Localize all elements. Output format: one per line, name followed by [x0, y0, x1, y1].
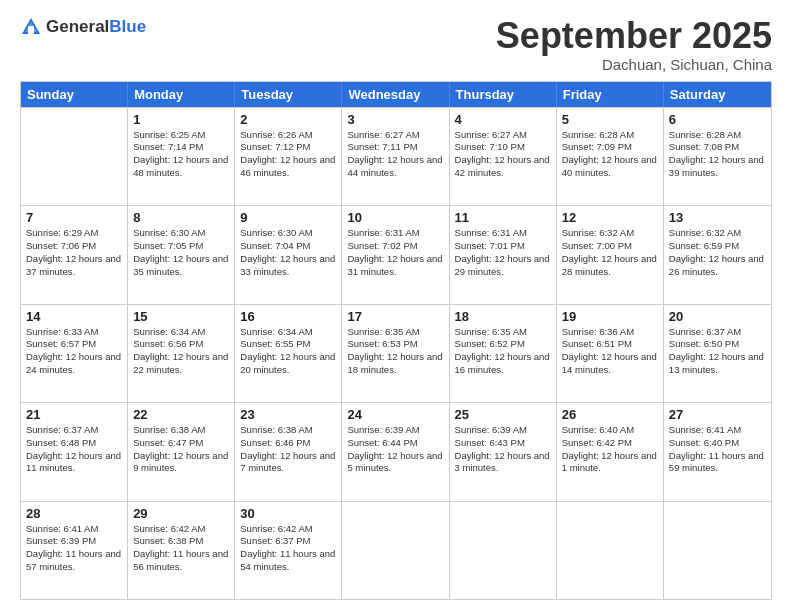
calendar-cell: 20Sunrise: 6:37 AMSunset: 6:50 PMDayligh… — [664, 305, 771, 402]
location: Dachuan, Sichuan, China — [496, 56, 772, 73]
month-title: September 2025 — [496, 16, 772, 56]
header-day-saturday: Saturday — [664, 82, 771, 107]
day-info: Sunrise: 6:28 AMSunset: 7:08 PMDaylight:… — [669, 129, 766, 180]
calendar-cell: 26Sunrise: 6:40 AMSunset: 6:42 PMDayligh… — [557, 403, 664, 500]
calendar-cell: 2Sunrise: 6:26 AMSunset: 7:12 PMDaylight… — [235, 108, 342, 205]
calendar-cell: 29Sunrise: 6:42 AMSunset: 6:38 PMDayligh… — [128, 502, 235, 599]
calendar-cell: 11Sunrise: 6:31 AMSunset: 7:01 PMDayligh… — [450, 206, 557, 303]
day-info: Sunrise: 6:27 AMSunset: 7:11 PMDaylight:… — [347, 129, 443, 180]
calendar-cell: 28Sunrise: 6:41 AMSunset: 6:39 PMDayligh… — [21, 502, 128, 599]
day-info: Sunrise: 6:30 AMSunset: 7:04 PMDaylight:… — [240, 227, 336, 278]
day-info: Sunrise: 6:42 AMSunset: 6:38 PMDaylight:… — [133, 523, 229, 574]
calendar-cell: 12Sunrise: 6:32 AMSunset: 7:00 PMDayligh… — [557, 206, 664, 303]
day-info: Sunrise: 6:40 AMSunset: 6:42 PMDaylight:… — [562, 424, 658, 475]
calendar-cell: 8Sunrise: 6:30 AMSunset: 7:05 PMDaylight… — [128, 206, 235, 303]
day-info: Sunrise: 6:36 AMSunset: 6:51 PMDaylight:… — [562, 326, 658, 377]
calendar-cell: 6Sunrise: 6:28 AMSunset: 7:08 PMDaylight… — [664, 108, 771, 205]
calendar-row-5: 28Sunrise: 6:41 AMSunset: 6:39 PMDayligh… — [21, 501, 771, 599]
day-number: 2 — [240, 112, 336, 127]
day-number: 19 — [562, 309, 658, 324]
day-info: Sunrise: 6:27 AMSunset: 7:10 PMDaylight:… — [455, 129, 551, 180]
day-info: Sunrise: 6:30 AMSunset: 7:05 PMDaylight:… — [133, 227, 229, 278]
calendar-cell: 14Sunrise: 6:33 AMSunset: 6:57 PMDayligh… — [21, 305, 128, 402]
day-info: Sunrise: 6:31 AMSunset: 7:01 PMDaylight:… — [455, 227, 551, 278]
header-day-friday: Friday — [557, 82, 664, 107]
day-number: 21 — [26, 407, 122, 422]
calendar-cell: 30Sunrise: 6:42 AMSunset: 6:37 PMDayligh… — [235, 502, 342, 599]
day-number: 9 — [240, 210, 336, 225]
calendar-cell: 19Sunrise: 6:36 AMSunset: 6:51 PMDayligh… — [557, 305, 664, 402]
calendar-cell — [557, 502, 664, 599]
day-number: 28 — [26, 506, 122, 521]
header-day-monday: Monday — [128, 82, 235, 107]
day-number: 16 — [240, 309, 336, 324]
day-info: Sunrise: 6:37 AMSunset: 6:48 PMDaylight:… — [26, 424, 122, 475]
calendar-cell: 17Sunrise: 6:35 AMSunset: 6:53 PMDayligh… — [342, 305, 449, 402]
day-number: 1 — [133, 112, 229, 127]
calendar-cell: 3Sunrise: 6:27 AMSunset: 7:11 PMDaylight… — [342, 108, 449, 205]
svg-rect-2 — [28, 26, 34, 34]
day-info: Sunrise: 6:37 AMSunset: 6:50 PMDaylight:… — [669, 326, 766, 377]
calendar-cell — [450, 502, 557, 599]
logo-icon — [20, 16, 42, 38]
day-info: Sunrise: 6:39 AMSunset: 6:44 PMDaylight:… — [347, 424, 443, 475]
calendar-cell: 22Sunrise: 6:38 AMSunset: 6:47 PMDayligh… — [128, 403, 235, 500]
header: GeneralBlue September 2025 Dachuan, Sich… — [20, 16, 772, 73]
day-number: 15 — [133, 309, 229, 324]
calendar-cell: 21Sunrise: 6:37 AMSunset: 6:48 PMDayligh… — [21, 403, 128, 500]
day-number: 20 — [669, 309, 766, 324]
day-number: 12 — [562, 210, 658, 225]
day-number: 22 — [133, 407, 229, 422]
day-number: 18 — [455, 309, 551, 324]
day-number: 5 — [562, 112, 658, 127]
calendar-cell: 9Sunrise: 6:30 AMSunset: 7:04 PMDaylight… — [235, 206, 342, 303]
calendar-cell: 18Sunrise: 6:35 AMSunset: 6:52 PMDayligh… — [450, 305, 557, 402]
day-number: 8 — [133, 210, 229, 225]
day-info: Sunrise: 6:32 AMSunset: 7:00 PMDaylight:… — [562, 227, 658, 278]
header-day-sunday: Sunday — [21, 82, 128, 107]
calendar-cell: 23Sunrise: 6:38 AMSunset: 6:46 PMDayligh… — [235, 403, 342, 500]
header-day-thursday: Thursday — [450, 82, 557, 107]
calendar-cell: 10Sunrise: 6:31 AMSunset: 7:02 PMDayligh… — [342, 206, 449, 303]
calendar-row-4: 21Sunrise: 6:37 AMSunset: 6:48 PMDayligh… — [21, 402, 771, 500]
day-number: 29 — [133, 506, 229, 521]
day-info: Sunrise: 6:34 AMSunset: 6:56 PMDaylight:… — [133, 326, 229, 377]
header-day-tuesday: Tuesday — [235, 82, 342, 107]
day-number: 4 — [455, 112, 551, 127]
day-number: 17 — [347, 309, 443, 324]
day-info: Sunrise: 6:39 AMSunset: 6:43 PMDaylight:… — [455, 424, 551, 475]
calendar-cell: 16Sunrise: 6:34 AMSunset: 6:55 PMDayligh… — [235, 305, 342, 402]
day-number: 13 — [669, 210, 766, 225]
calendar-cell: 5Sunrise: 6:28 AMSunset: 7:09 PMDaylight… — [557, 108, 664, 205]
header-day-wednesday: Wednesday — [342, 82, 449, 107]
calendar-cell: 27Sunrise: 6:41 AMSunset: 6:40 PMDayligh… — [664, 403, 771, 500]
day-info: Sunrise: 6:38 AMSunset: 6:46 PMDaylight:… — [240, 424, 336, 475]
day-number: 30 — [240, 506, 336, 521]
day-info: Sunrise: 6:35 AMSunset: 6:53 PMDaylight:… — [347, 326, 443, 377]
logo-text: GeneralBlue — [46, 18, 146, 37]
calendar-cell: 4Sunrise: 6:27 AMSunset: 7:10 PMDaylight… — [450, 108, 557, 205]
logo: GeneralBlue — [20, 16, 146, 38]
day-info: Sunrise: 6:34 AMSunset: 6:55 PMDaylight:… — [240, 326, 336, 377]
day-number: 26 — [562, 407, 658, 422]
day-number: 24 — [347, 407, 443, 422]
day-info: Sunrise: 6:26 AMSunset: 7:12 PMDaylight:… — [240, 129, 336, 180]
day-info: Sunrise: 6:29 AMSunset: 7:06 PMDaylight:… — [26, 227, 122, 278]
page: GeneralBlue September 2025 Dachuan, Sich… — [0, 0, 792, 612]
title-block: September 2025 Dachuan, Sichuan, China — [496, 16, 772, 73]
calendar-row-3: 14Sunrise: 6:33 AMSunset: 6:57 PMDayligh… — [21, 304, 771, 402]
calendar-cell: 24Sunrise: 6:39 AMSunset: 6:44 PMDayligh… — [342, 403, 449, 500]
calendar-body: 1Sunrise: 6:25 AMSunset: 7:14 PMDaylight… — [21, 107, 771, 599]
calendar-cell: 1Sunrise: 6:25 AMSunset: 7:14 PMDaylight… — [128, 108, 235, 205]
calendar-cell: 7Sunrise: 6:29 AMSunset: 7:06 PMDaylight… — [21, 206, 128, 303]
calendar-cell — [664, 502, 771, 599]
calendar-row-2: 7Sunrise: 6:29 AMSunset: 7:06 PMDaylight… — [21, 205, 771, 303]
day-info: Sunrise: 6:35 AMSunset: 6:52 PMDaylight:… — [455, 326, 551, 377]
day-info: Sunrise: 6:25 AMSunset: 7:14 PMDaylight:… — [133, 129, 229, 180]
day-info: Sunrise: 6:33 AMSunset: 6:57 PMDaylight:… — [26, 326, 122, 377]
day-info: Sunrise: 6:38 AMSunset: 6:47 PMDaylight:… — [133, 424, 229, 475]
calendar-cell — [342, 502, 449, 599]
calendar-header: SundayMondayTuesdayWednesdayThursdayFrid… — [21, 82, 771, 107]
calendar-cell: 25Sunrise: 6:39 AMSunset: 6:43 PMDayligh… — [450, 403, 557, 500]
day-info: Sunrise: 6:42 AMSunset: 6:37 PMDaylight:… — [240, 523, 336, 574]
